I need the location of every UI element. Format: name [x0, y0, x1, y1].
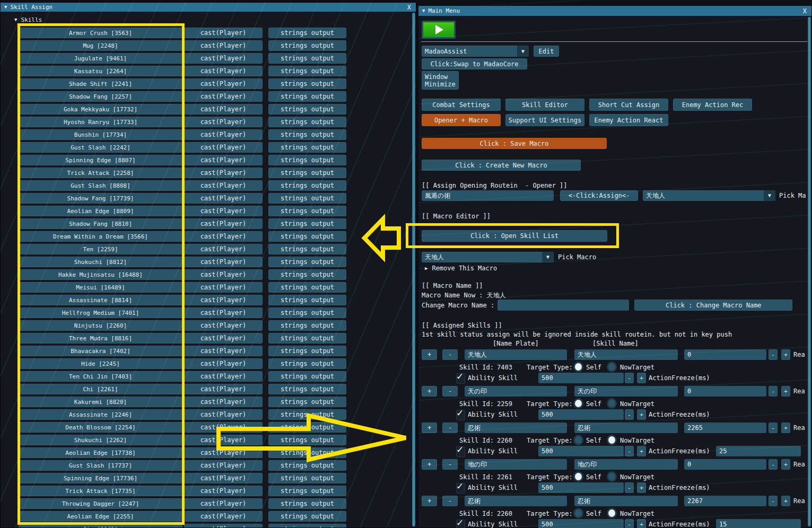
- skill-name-input[interactable]: [574, 349, 678, 360]
- skill-name-input[interactable]: [574, 459, 678, 470]
- freeze-value-input[interactable]: [538, 373, 624, 383]
- skill-name-button[interactable]: Shadow Fang [2257]: [19, 91, 182, 102]
- strings-output-button[interactable]: strings output: [268, 129, 346, 140]
- cast-player-button[interactable]: cast(Player): [184, 66, 263, 76]
- cast-player-button[interactable]: cast(Player): [184, 53, 263, 64]
- skill-name-button[interactable]: Shade Shift [2241]: [19, 78, 182, 89]
- skill-name-button[interactable]: Trick Attack [2258]: [19, 168, 182, 178]
- skill-name-button[interactable]: Chi [2261]: [19, 384, 182, 394]
- cast-player-button[interactable]: cast(Player): [184, 206, 263, 216]
- cast-player-button[interactable]: cast(Player): [184, 40, 263, 51]
- cast-player-button[interactable]: cast(Player): [184, 358, 263, 369]
- freeze-minus-button[interactable]: -: [625, 409, 634, 420]
- chevron-down-icon[interactable]: ▼: [542, 252, 554, 262]
- strings-output-button[interactable]: strings output: [268, 333, 346, 344]
- skill-list-scrollbar[interactable]: [412, 12, 416, 527]
- cast-player-button[interactable]: cast(Player): [184, 422, 263, 433]
- strings-output-button[interactable]: strings output: [268, 422, 346, 433]
- close-icon[interactable]: X: [406, 4, 412, 11]
- ability-skill-checkbox[interactable]: ✓: [456, 520, 465, 528]
- strings-output-button[interactable]: strings output: [268, 40, 346, 51]
- radio-self[interactable]: [573, 398, 583, 409]
- cast-player-button[interactable]: cast(Player): [184, 104, 263, 115]
- strings-output-button[interactable]: strings output: [268, 104, 346, 115]
- cast-player-button[interactable]: cast(Player): [184, 193, 263, 204]
- skill-value-input[interactable]: [684, 386, 766, 397]
- cast-player-button[interactable]: cast(Player): [184, 371, 263, 382]
- strings-output-button[interactable]: strings output: [268, 371, 346, 382]
- nav-button[interactable]: Support UI Settings: [505, 114, 584, 126]
- strings-output-button[interactable]: strings output: [268, 231, 346, 242]
- cast-player-button[interactable]: cast(Player): [184, 155, 263, 165]
- cast-player-button[interactable]: cast(Player): [184, 447, 263, 458]
- strings-output-button[interactable]: strings output: [268, 384, 346, 394]
- add-skill-button[interactable]: +: [422, 423, 437, 433]
- strings-output-button[interactable]: strings output: [268, 511, 346, 522]
- radio-now-target[interactable]: [607, 362, 617, 372]
- strings-output-button[interactable]: strings output: [268, 257, 346, 267]
- freeze-plus-button[interactable]: +: [637, 446, 646, 456]
- skill-name-button[interactable]: Shukuchi [2262]: [19, 435, 182, 445]
- skill-name-button[interactable]: Bunshin [17734]: [19, 129, 182, 140]
- extra-freeze-input[interactable]: [716, 446, 801, 456]
- remove-skill-button[interactable]: -: [442, 349, 458, 360]
- collapse-icon[interactable]: ▼: [4, 5, 7, 10]
- value-minus-button[interactable]: -: [769, 386, 778, 397]
- strings-output-button[interactable]: strings output: [268, 168, 346, 178]
- assign-opener-button[interactable]: <-Click:Assign<-: [560, 190, 638, 201]
- cast-player-button[interactable]: cast(Player): [184, 142, 263, 153]
- skill-name-button[interactable]: Armor Crush [3563]: [19, 28, 182, 38]
- skill-name-button[interactable]: Kakuremi [8820]: [19, 397, 182, 407]
- cast-player-button[interactable]: cast(Player): [184, 244, 263, 254]
- skill-name-button[interactable]: Aeolian Edge [8809]: [19, 206, 182, 216]
- cast-player-button[interactable]: cast(Player): [184, 78, 263, 89]
- skill-name-button[interactable]: Gust Slash [8808]: [19, 180, 182, 191]
- add-skill-button[interactable]: +: [422, 459, 437, 470]
- swap-core-button[interactable]: Click:Swap to MadaoCore: [422, 58, 527, 69]
- cast-player-button[interactable]: cast(Player): [184, 180, 263, 191]
- skill-name-button[interactable]: Dream Within a Dream [3566]: [19, 231, 182, 242]
- cast-player-button[interactable]: cast(Player): [184, 91, 263, 102]
- value-plus-button[interactable]: +: [781, 349, 790, 360]
- strings-output-button[interactable]: strings output: [268, 117, 346, 127]
- strings-output-button[interactable]: strings output: [268, 282, 346, 293]
- skill-name-button[interactable]: Throwing Dagger [2247]: [19, 498, 182, 509]
- freeze-minus-button[interactable]: -: [625, 519, 634, 528]
- radio-self[interactable]: [573, 508, 583, 518]
- cast-player-button[interactable]: cast(Player): [184, 117, 263, 127]
- strings-output-button[interactable]: strings output: [268, 346, 346, 356]
- window-minimize-button[interactable]: Window Minimize: [422, 71, 459, 90]
- skill-name-button[interactable]: Bhavacakra [7402]: [19, 346, 182, 356]
- name-plate-input[interactable]: [465, 459, 567, 470]
- remove-macro-expander[interactable]: ▶ Remove This Macro: [425, 265, 497, 272]
- cast-player-button[interactable]: cast(Player): [184, 409, 263, 420]
- cast-player-button[interactable]: cast(Player): [184, 397, 263, 407]
- strings-output-button[interactable]: strings output: [268, 358, 346, 369]
- radio-now-target[interactable]: [607, 398, 617, 409]
- scrollbar-thumb[interactable]: [808, 17, 811, 526]
- chevron-down-icon[interactable]: ▼: [517, 46, 529, 57]
- strings-output-button[interactable]: strings output: [268, 435, 346, 445]
- profile-select[interactable]: MadaoAssist ▼: [422, 46, 529, 57]
- cast-player-button[interactable]: cast(Player): [184, 511, 263, 522]
- strings-output-button[interactable]: strings output: [268, 66, 346, 76]
- cast-player-button[interactable]: cast(Player): [184, 435, 263, 445]
- skill-assign-titlebar[interactable]: ▼ Skill Assign X: [1, 3, 416, 12]
- strings-output-button[interactable]: strings output: [268, 397, 346, 407]
- skills-section-header[interactable]: ▼ Skills: [14, 16, 412, 23]
- cast-player-button[interactable]: cast(Player): [184, 295, 263, 305]
- ability-skill-checkbox[interactable]: ✓: [456, 446, 465, 457]
- freeze-value-input[interactable]: [538, 482, 624, 493]
- change-macro-name-input[interactable]: [497, 300, 629, 311]
- create-macro-button[interactable]: Click : Create New Macro: [422, 160, 581, 171]
- skill-name-button[interactable]: Kassatsu [2264]: [19, 66, 182, 76]
- strings-output-button[interactable]: strings output: [268, 218, 346, 229]
- value-plus-button[interactable]: +: [781, 459, 790, 470]
- skill-name-button[interactable]: Meisui [16489]: [19, 282, 182, 293]
- skill-name-input[interactable]: [574, 423, 678, 433]
- name-plate-input[interactable]: [465, 349, 567, 360]
- opener-skill-input[interactable]: [422, 190, 554, 201]
- skill-name-button[interactable]: Gust Slash [2242]: [19, 142, 182, 153]
- skill-name-input[interactable]: [574, 496, 678, 506]
- skill-value-input[interactable]: [684, 423, 766, 433]
